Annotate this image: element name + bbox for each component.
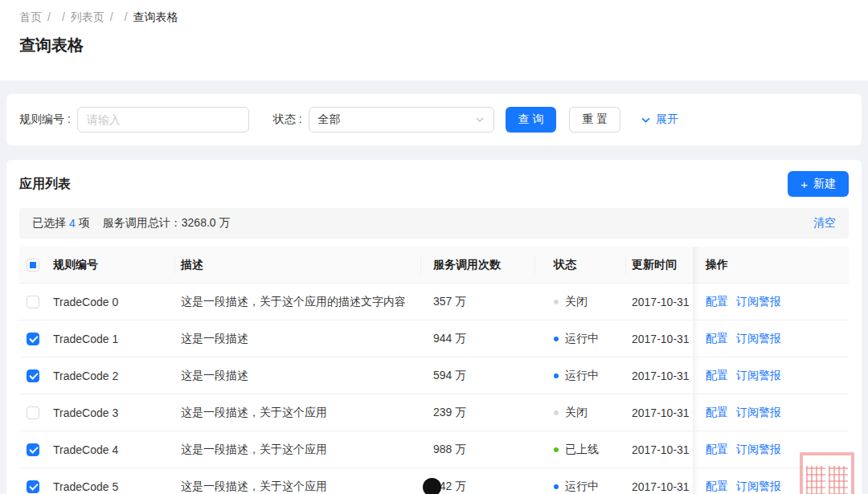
subscribe-alert-link[interactable]: 订阅警报 — [736, 295, 781, 309]
breadcrumb-list[interactable]: 列表页 — [71, 8, 104, 26]
configure-link[interactable]: 配置 — [706, 369, 728, 383]
updated-time-cell: 2017-10-31 24 — [625, 357, 693, 394]
create-new-button[interactable]: + 新建 — [788, 171, 849, 197]
calls-total-label: 服务调用总计： — [103, 216, 182, 231]
select-all-checkbox[interactable] — [27, 259, 39, 271]
expand-link[interactable]: 展开 — [641, 112, 678, 127]
app-table: 规则编号 描述 服务调用次数 状态 更新时间 操作 TradeCode 0 这是… — [19, 247, 849, 494]
page-header: 首页 / / 列表页 / / 查询表格 查询表格 — [0, 0, 868, 80]
breadcrumb-current: 查询表格 — [133, 8, 178, 26]
breadcrumb-separator: / — [110, 8, 113, 26]
reset-button[interactable]: 重 置 — [569, 107, 620, 133]
row-checkbox-cell — [19, 394, 47, 431]
table-row: TradeCode 0 这是一段描述，关于这个应用的描述文字内容 357 万 关… — [19, 284, 849, 320]
status-dot-icon — [554, 374, 559, 378]
seal-glyph-icon — [806, 466, 825, 494]
row-checkbox[interactable] — [27, 296, 39, 308]
status-cell: 关闭 — [534, 284, 625, 320]
header-rule-code: 规则编号 — [47, 247, 174, 283]
actions-cell: 配置 订阅警报 — [693, 357, 849, 394]
description-cell: 这是一段描述，关于这个应用 — [174, 394, 420, 431]
seal-glyph-icon — [829, 466, 848, 494]
watermark-stamp-icon — [800, 452, 854, 494]
status-select-value: 全部 — [318, 112, 341, 127]
header-service-calls: 服务调用次数 — [420, 247, 534, 283]
breadcrumb-separator: / — [62, 8, 65, 26]
description-cell: 这是一段描述，关于这个应用 — [174, 468, 420, 494]
selected-unit: 项 — [79, 216, 90, 231]
cursor-indicator — [423, 478, 441, 494]
table-header-row: 规则编号 描述 服务调用次数 状态 更新时间 操作 — [19, 247, 849, 284]
table-row: TradeCode 3 这是一段描述，关于这个应用 239 万 关闭 2017-… — [19, 394, 849, 431]
status-cell: 运行中 — [534, 468, 625, 494]
breadcrumb-home[interactable]: 首页 — [19, 8, 42, 26]
description-cell: 这是一段描述，关于这个应用 — [174, 431, 420, 467]
app-list-card: 应用列表 + 新建 已选择 4 项 服务调用总计： 3268.0 万 清空 规则… — [6, 160, 862, 494]
status-dot-icon — [554, 410, 559, 415]
configure-link[interactable]: 配置 — [706, 295, 728, 309]
header-actions: 操作 — [693, 247, 849, 283]
expand-link-label: 展开 — [656, 112, 678, 127]
table-toolbar: 应用列表 + 新建 — [19, 160, 849, 208]
status-label: 已上线 — [565, 443, 599, 457]
subscribe-alert-link[interactable]: 订阅警报 — [736, 406, 781, 420]
status-label: 运行中 — [565, 332, 599, 346]
rule-number-input[interactable] — [77, 107, 249, 133]
status-label: 运行中 — [565, 369, 599, 383]
subscribe-alert-link[interactable]: 订阅警报 — [736, 480, 781, 494]
row-checkbox[interactable] — [27, 333, 39, 345]
table-row: TradeCode 4 这是一段描述，关于这个应用 988 万 已上线 2017… — [19, 431, 849, 468]
clear-selection-link[interactable]: 清空 — [813, 216, 836, 231]
rule-code-cell: TradeCode 4 — [47, 431, 174, 467]
status-dot-icon — [554, 300, 559, 304]
configure-link[interactable]: 配置 — [706, 332, 728, 346]
rule-code-cell: TradeCode 3 — [47, 394, 174, 431]
header-checkbox-cell — [19, 247, 47, 283]
description-cell: 这是一段描述 — [174, 320, 420, 357]
rule-code-cell: TradeCode 1 — [47, 320, 174, 357]
status-label: 关闭 — [565, 406, 588, 420]
table-row: TradeCode 2 这是一段描述 594 万 运行中 2017-10-31 … — [19, 357, 849, 394]
configure-link[interactable]: 配置 — [706, 443, 728, 457]
configure-link[interactable]: 配置 — [706, 480, 728, 494]
table-row: TradeCode 1 这是一段描述 944 万 运行中 2017-10-31 … — [19, 320, 849, 357]
header-updated-time: 更新时间 — [625, 247, 693, 283]
subscribe-alert-link[interactable]: 订阅警报 — [736, 369, 781, 383]
updated-time-cell: 2017-10-31 23: — [625, 284, 693, 320]
service-calls-cell: 988 万 — [420, 431, 534, 467]
create-new-label: 新建 — [813, 177, 836, 191]
status-dot-icon — [554, 447, 559, 452]
status-cell: 运行中 — [534, 320, 625, 357]
subscribe-alert-link[interactable]: 订阅警报 — [736, 332, 781, 346]
actions-cell: 配置 订阅警报 — [693, 284, 849, 320]
row-checkbox-cell — [19, 357, 47, 394]
status-dot-icon — [554, 337, 559, 341]
updated-time-cell: 2017-10-31 00 — [625, 468, 693, 494]
row-checkbox[interactable] — [27, 480, 39, 493]
status-cell: 运行中 — [534, 357, 625, 394]
service-calls-cell: 594 万 — [420, 357, 534, 394]
query-button[interactable]: 查 询 — [506, 107, 557, 133]
header-status: 状态 — [534, 247, 625, 283]
subscribe-alert-link[interactable]: 订阅警报 — [736, 443, 781, 457]
service-calls-cell: 944 万 — [420, 320, 534, 357]
plus-icon: + — [800, 178, 808, 190]
row-checkbox-cell — [19, 284, 47, 320]
calls-total-value: 3268.0 万 — [182, 216, 231, 231]
selected-prefix: 已选择 — [32, 216, 66, 231]
row-checkbox-cell — [19, 431, 47, 467]
chevron-down-icon — [475, 115, 485, 125]
configure-link[interactable]: 配置 — [706, 406, 728, 420]
row-checkbox[interactable] — [27, 406, 39, 419]
status-dot-icon — [554, 484, 559, 489]
row-checkbox[interactable] — [27, 369, 39, 382]
status-cell: 已上线 — [534, 431, 625, 467]
actions-cell: 配置 订阅警报 — [693, 320, 849, 357]
status-select[interactable]: 全部 — [309, 107, 494, 133]
row-checkbox-cell — [19, 468, 47, 494]
breadcrumb-separator: / — [125, 8, 128, 26]
description-cell: 这是一段描述，关于这个应用的描述文字内容 — [174, 284, 420, 320]
row-checkbox[interactable] — [27, 443, 39, 456]
page-title: 查询表格 — [19, 34, 849, 56]
search-form-card: 规则编号 : 状态 : 全部 查 询 重 置 展开 — [6, 94, 862, 145]
